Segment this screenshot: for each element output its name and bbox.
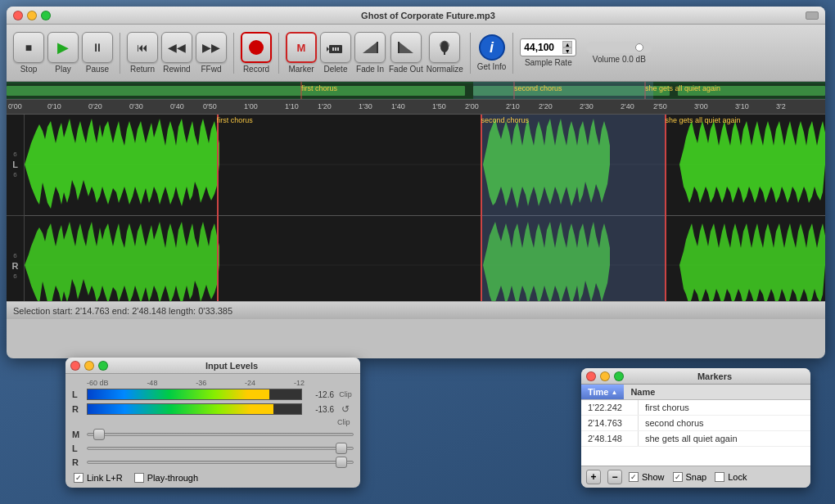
delete-control[interactable]: Delete: [320, 32, 351, 74]
lock-label: Lock: [728, 472, 747, 482]
mini-label-1: first chorus: [301, 84, 337, 92]
link-lr-checkbox[interactable]: [74, 473, 84, 483]
record-button[interactable]: [241, 32, 272, 63]
add-marker-button[interactable]: +: [586, 470, 601, 484]
sample-rate-control: 44,100 ▲ ▼ Sample Rate: [520, 38, 576, 67]
show-checkbox-item[interactable]: Show: [629, 472, 665, 482]
lock-checkbox[interactable]: [715, 472, 724, 482]
get-info-control[interactable]: i Get Info: [477, 34, 507, 71]
pause-control[interactable]: ⏸ Pause: [82, 32, 113, 74]
marker-control[interactable]: M Marker: [286, 32, 317, 74]
name-col-header[interactable]: Name: [624, 385, 810, 399]
waveform-display[interactable]: first chorus second chorus she gets all …: [25, 115, 825, 301]
sample-rate-up[interactable]: ▲: [562, 41, 572, 47]
normalize-button[interactable]: [429, 32, 460, 63]
markers-table: 1'22.242 first chorus 2'14.763 second ch…: [581, 400, 810, 466]
ffwd-label: FFwd: [201, 65, 222, 74]
l-slider-knob[interactable]: [336, 443, 347, 454]
mini-timeline: first chorus second chorus she gets all …: [7, 82, 825, 100]
transport-controls: ■ Stop ▶ Play ⏸ Pause: [13, 32, 113, 74]
stop-control[interactable]: ■ Stop: [13, 32, 44, 74]
close-button[interactable]: [13, 11, 23, 20]
left-waveform: [25, 115, 825, 215]
marker-row-2[interactable]: 2'14.763 second chorus: [581, 416, 810, 431]
remove-icon: −: [612, 471, 617, 483]
markers-max[interactable]: [614, 371, 624, 381]
get-info-button[interactable]: i: [479, 34, 505, 61]
r-slider-label: R: [72, 457, 84, 467]
m-slider[interactable]: [87, 429, 354, 440]
ffwd-control[interactable]: ▶▶ FFwd: [196, 32, 227, 74]
info-icon: i: [490, 39, 494, 56]
tick-11: 1'50: [432, 102, 446, 110]
svg-marker-1: [327, 47, 329, 52]
return-button[interactable]: ⏮: [127, 32, 158, 63]
marker-row-1[interactable]: 1'22.242 first chorus: [581, 400, 810, 416]
waveform-container: first chorus second chorus she gets all …: [7, 82, 825, 301]
r-slider[interactable]: [87, 457, 354, 468]
fade-out-control[interactable]: Fade Out: [389, 32, 423, 74]
marker-button[interactable]: M: [286, 32, 317, 63]
snap-checkbox[interactable]: [673, 472, 683, 482]
sort-arrow-icon: ▲: [611, 389, 617, 396]
marker-time-3: 2'48.148: [581, 431, 639, 446]
marker-name-1: first chorus: [639, 400, 810, 415]
maximize-button[interactable]: [41, 11, 51, 20]
scale-36db: -36: [196, 379, 206, 387]
play-through-checkbox[interactable]: [134, 473, 144, 483]
ffwd-button[interactable]: ▶▶: [196, 32, 227, 63]
time-col-header[interactable]: Time ▲: [581, 385, 624, 399]
scale-48db: -48: [147, 379, 157, 387]
pause-button[interactable]: ⏸: [82, 32, 113, 63]
right-channel-label: 6 R 6: [7, 216, 24, 302]
right-level-label: R: [72, 404, 84, 414]
input-levels-max[interactable]: [98, 361, 108, 371]
play-control[interactable]: ▶ Play: [47, 32, 79, 74]
return-control[interactable]: ⏮ Return: [127, 32, 158, 74]
rewind-control[interactable]: ◀◀ Rewind: [161, 32, 192, 74]
left-level-value: -12.6: [305, 390, 334, 399]
play-through-checkbox-item[interactable]: Play-through: [134, 473, 198, 483]
sample-rate-label: Sample Rate: [525, 58, 572, 67]
volume-slider[interactable]: [586, 42, 652, 53]
play-button[interactable]: ▶: [47, 32, 79, 63]
snap-checkbox-item[interactable]: Snap: [673, 472, 707, 482]
minimize-button[interactable]: [27, 11, 37, 20]
markers-min[interactable]: [600, 371, 610, 381]
record-control[interactable]: Record: [241, 32, 272, 74]
marker-label-chorus-1: first chorus: [217, 116, 253, 124]
marker-row-3[interactable]: 2'48.148 she gets all quiet again: [581, 431, 810, 447]
window-controls: [13, 11, 51, 20]
r-slider-knob[interactable]: [336, 457, 347, 468]
fade-in-button[interactable]: [354, 32, 386, 63]
rewind-button[interactable]: ◀◀: [161, 32, 192, 63]
toolbar: ■ Stop ▶ Play ⏸ Pause ⏮: [7, 25, 825, 82]
link-lr-checkbox-item[interactable]: Link L+R: [74, 473, 123, 483]
fade-out-button[interactable]: [390, 32, 422, 63]
clip-right-label: Clip: [337, 418, 354, 426]
tick-18: 3'00: [694, 102, 708, 110]
sample-rate-down[interactable]: ▼: [562, 47, 572, 54]
svg-marker-5: [363, 42, 377, 53]
l-slider[interactable]: [87, 443, 354, 454]
markers-close[interactable]: [586, 371, 596, 381]
normalize-control[interactable]: Normalize: [427, 32, 463, 74]
collapse-button[interactable]: [806, 11, 819, 20]
remove-marker-button[interactable]: −: [607, 470, 622, 484]
stop-button[interactable]: ■: [13, 32, 44, 63]
marker-line-2: [481, 115, 482, 301]
delete-label: Delete: [324, 65, 348, 74]
m-slider-knob[interactable]: [93, 429, 105, 440]
sample-rate-spinner[interactable]: ▲ ▼: [562, 41, 572, 54]
fade-in-control[interactable]: Fade In: [354, 32, 386, 74]
input-levels-min[interactable]: [84, 361, 94, 371]
scale-marks: -60 dB -48 -36 -24 -12: [87, 379, 354, 387]
left-clip-label: Clip: [339, 390, 352, 398]
right-refresh-icon[interactable]: ↺: [341, 403, 350, 415]
show-checkbox[interactable]: [629, 472, 639, 482]
lock-checkbox-item[interactable]: Lock: [715, 472, 747, 482]
input-levels-close[interactable]: [70, 361, 80, 371]
delete-button[interactable]: [320, 32, 351, 63]
tick-16: 2'40: [621, 102, 634, 110]
sample-rate-box[interactable]: 44,100 ▲ ▼: [520, 38, 576, 56]
